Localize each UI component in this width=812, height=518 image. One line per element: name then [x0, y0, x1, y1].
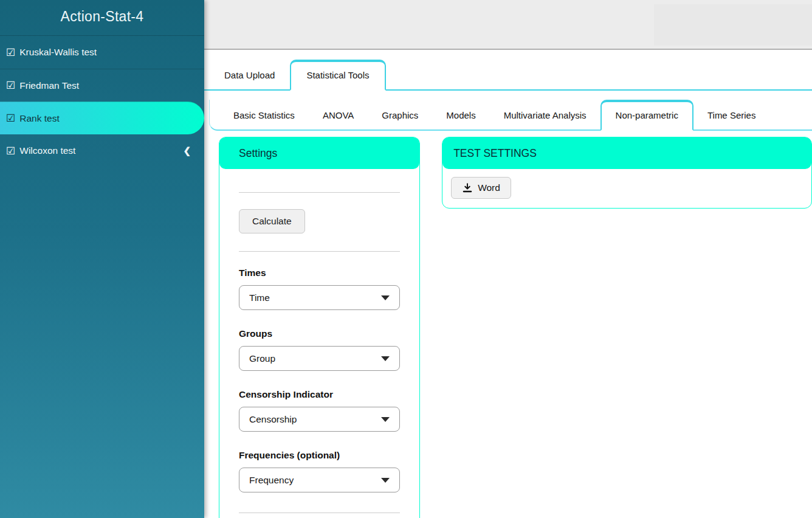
tab-basic-statistics[interactable]: Basic Statistics — [219, 101, 309, 130]
checked-checkbox-icon: ☑ — [6, 113, 15, 123]
collapse-sidebar-chevron-icon[interactable]: ❮ — [183, 145, 191, 156]
groups-select[interactable]: Group — [239, 346, 400, 371]
chevron-down-icon — [381, 356, 390, 361]
app-title: Action-Stat-4 — [0, 0, 204, 35]
censorship-select-value: Censorship — [249, 414, 297, 425]
frequencies-select[interactable]: Frequency — [239, 468, 400, 492]
top-header-bar — [204, 0, 812, 50]
censorship-select[interactable]: Censorship — [239, 407, 400, 432]
times-select-value: Time — [249, 292, 270, 303]
tab-non-parametric[interactable]: Non-parametric — [600, 100, 693, 131]
groups-select-value: Group — [249, 353, 275, 364]
main-content: Data Upload Statistical Tools Basic Stat… — [204, 0, 812, 518]
sidebar: Action-Stat-4 ☑ Kruskal-Wallis test ☑ Fr… — [0, 0, 204, 518]
sidebar-item-label: Kruskal-Wallis test — [19, 47, 97, 58]
panels-row: Settings Calculate Times Time Groups Gro… — [204, 137, 812, 518]
settings-panel-title: Settings — [219, 137, 419, 169]
chevron-down-icon — [381, 478, 390, 483]
tab-data-upload[interactable]: Data Upload — [209, 61, 290, 89]
export-word-button-label: Word — [478, 182, 500, 193]
sidebar-item-friedman-test[interactable]: ☑ Friedman Test — [0, 69, 204, 102]
tab-models[interactable]: Models — [432, 101, 489, 130]
tab-multivariate-analysis[interactable]: Multivariate Analysis — [490, 101, 600, 130]
header-toolbar-area — [654, 4, 812, 46]
test-settings-panel: TEST SETTINGS Word — [442, 137, 812, 209]
tab-time-series[interactable]: Time Series — [693, 101, 769, 130]
sidebar-item-wilcoxon-test[interactable]: ☑ Wilcoxon test ❮ — [0, 134, 204, 167]
test-settings-panel-title: TEST SETTINGS — [442, 137, 811, 169]
frequencies-field-label: Frequencies (optional) — [239, 450, 400, 461]
divider — [239, 513, 400, 513]
tab-statistical-tools[interactable]: Statistical Tools — [290, 60, 385, 91]
sidebar-item-label: Rank test — [19, 113, 59, 124]
sub-tab-bar: Basic Statistics ANOVA Graphics Models M… — [209, 100, 812, 131]
groups-field-label: Groups — [239, 328, 400, 339]
times-field-label: Times — [239, 268, 400, 278]
divider — [239, 251, 400, 252]
download-icon — [462, 182, 473, 193]
settings-panel: Settings Calculate Times Time Groups Gro… — [219, 137, 420, 518]
checked-checkbox-icon: ☑ — [6, 47, 15, 58]
censorship-indicator-field-label: Censorship Indicator — [239, 389, 400, 400]
checked-checkbox-icon: ☑ — [6, 80, 15, 91]
times-select[interactable]: Time — [239, 285, 400, 310]
calculate-button[interactable]: Calculate — [239, 209, 305, 233]
export-word-button[interactable]: Word — [451, 177, 511, 199]
checked-checkbox-icon: ☑ — [6, 146, 15, 156]
tab-anova[interactable]: ANOVA — [309, 101, 368, 130]
tab-graphics[interactable]: Graphics — [368, 101, 432, 130]
chevron-down-icon — [381, 295, 390, 300]
sidebar-nav: ☑ Kruskal-Wallis test ☑ Friedman Test ☑ … — [0, 35, 204, 167]
sidebar-item-label: Wilcoxon test — [19, 145, 75, 156]
divider — [239, 192, 400, 193]
settings-panel-body: Calculate Times Time Groups Group Censor… — [219, 192, 419, 513]
main-tab-bar: Data Upload Statistical Tools — [204, 60, 812, 91]
sidebar-item-label: Friedman Test — [19, 80, 79, 91]
sidebar-item-kruskal-wallis-test[interactable]: ☑ Kruskal-Wallis test — [0, 36, 204, 69]
test-settings-panel-body: Word — [442, 169, 811, 199]
chevron-down-icon — [381, 417, 390, 422]
sidebar-item-rank-test[interactable]: ☑ Rank test — [0, 102, 204, 134]
frequencies-select-value: Frequency — [249, 475, 294, 486]
